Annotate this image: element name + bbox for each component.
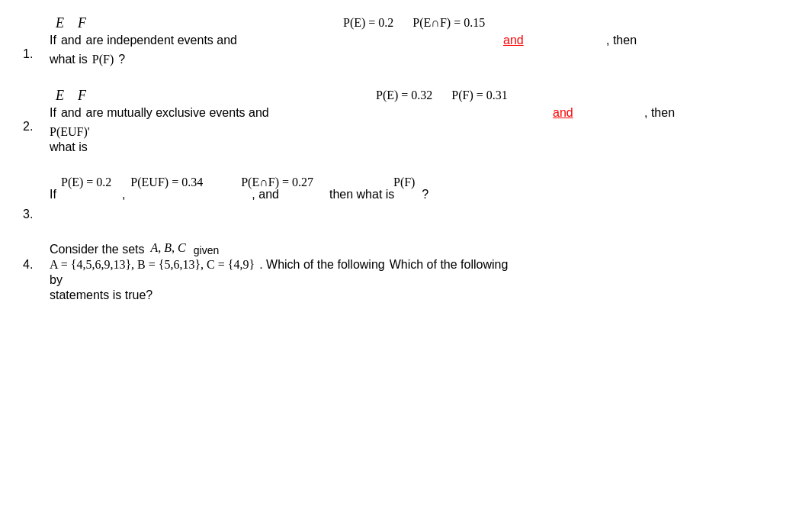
prob2-what-is-line: what is xyxy=(50,140,789,154)
prob3-formula1: P(E) = 0.2 xyxy=(61,176,111,189)
prob2-and1: and xyxy=(61,106,82,120)
var2-f: F xyxy=(78,88,86,104)
prob4-statements: statements is true? xyxy=(50,288,789,302)
prob2-main-line: If and are mutually exclusive events and… xyxy=(50,102,789,124)
prob4-by: by xyxy=(50,273,63,287)
problem-3-content: P(E) = 0.2 P(EUF) = 0.34 P(E∩F) = 0.27 P… xyxy=(50,176,789,221)
prob2-formula2: P(F) = 0.31 xyxy=(451,89,507,102)
problem-2-number: 2. xyxy=(23,88,50,154)
prob4-text1: Consider the sets xyxy=(50,243,145,256)
var-f: F xyxy=(78,15,86,31)
prob4-line1: Consider the sets A, B, C given xyxy=(50,243,789,256)
prob1-second-line: what is P(F) ? xyxy=(50,53,789,66)
problem-3-number: 3. xyxy=(23,176,50,221)
problem-4-content: Consider the sets A, B, C given A = {4,5… xyxy=(50,243,789,302)
prob2-and2-red: and xyxy=(553,106,573,120)
prob2-pf: P(EUF)' xyxy=(50,125,90,139)
prob2-if: If xyxy=(50,106,56,120)
prob2-formula1: P(E) = 0.32 xyxy=(376,89,432,102)
prob4-text2: . Which of the following xyxy=(259,258,385,272)
prob3-main-line: If , , and then what is ? xyxy=(50,188,789,201)
problem-1-number: 1. xyxy=(23,15,50,66)
problem-4: 4. Consider the sets A, B, C given A = {… xyxy=(23,243,789,302)
var-e: E xyxy=(56,15,64,31)
prob2-formulas: P(E) = 0.32 P(F) = 0.31 xyxy=(376,89,508,102)
prob1-formula2: P(E∩F) = 0.15 xyxy=(412,16,485,30)
prob2-what-is: what is xyxy=(50,140,88,153)
prob1-formula1: P(E) = 0.2 xyxy=(343,16,393,30)
prob3-and1: , and xyxy=(252,188,279,201)
prob1-and2-red: and xyxy=(503,34,524,47)
prob3-formulas-top: P(E) = 0.2 P(EUF) = 0.34 P(E∩F) = 0.27 P… xyxy=(61,176,801,189)
prob1-and1: and xyxy=(61,34,82,47)
prob4-given: given xyxy=(194,244,219,256)
prob4-text3: statements is true? xyxy=(50,288,152,301)
prob4-line3: by xyxy=(50,273,789,287)
prob3-then: then what is xyxy=(329,188,394,201)
prob3-formula3: P(E∩F) = 0.27 xyxy=(241,176,313,189)
prob4-sets: A = {4,5,6,9,13}, B = {5,6,13}, C = {4,9… xyxy=(50,258,255,272)
problem-1-content: E F If and are independent events and P(… xyxy=(50,15,789,66)
prob1-then: , then xyxy=(606,34,637,47)
prob2-then: , then xyxy=(644,106,675,120)
problem-3: 3. P(E) = 0.2 P(EUF) = 0.34 P(E∩F) = 0.2… xyxy=(23,176,789,221)
prob1-main-line: If and are independent events and P(E) =… xyxy=(50,30,789,51)
prob3-formula2: P(EUF) = 0.34 xyxy=(130,176,203,189)
prob1-text2: are independent events and xyxy=(86,34,237,47)
problem-1: 1. E F If and are independent events and… xyxy=(23,15,789,66)
problem-2: 2. E F If and are mutually exclusive eve… xyxy=(23,88,789,154)
prob3-pf-top: P(F) xyxy=(393,176,415,189)
prob4-vars: A, B, C xyxy=(151,241,186,255)
prob3-comma1: , xyxy=(122,188,125,201)
problem-2-content: E F If and are mutually exclusive events… xyxy=(50,88,789,154)
prob1-pf: P(F) xyxy=(92,53,114,66)
problem-4-number: 4. xyxy=(23,243,50,302)
prob1-what-is: what is xyxy=(50,53,88,66)
prob1-if: If xyxy=(50,34,56,47)
var2-e: E xyxy=(56,88,64,104)
prob2-text2: are mutually exclusive events and xyxy=(86,106,269,120)
prob1-question: ? xyxy=(118,53,125,66)
prob3-question: ? xyxy=(422,188,428,201)
prob4-which: Which of the following xyxy=(390,258,509,272)
prob3-if: If xyxy=(50,188,56,201)
prob1-formulas: P(E) = 0.2 P(E∩F) = 0.15 xyxy=(343,16,485,30)
prob4-sets-line: A = {4,5,6,9,13}, B = {5,6,13}, C = {4,9… xyxy=(50,258,789,272)
prob2-second-line: P(EUF)' xyxy=(50,125,789,139)
